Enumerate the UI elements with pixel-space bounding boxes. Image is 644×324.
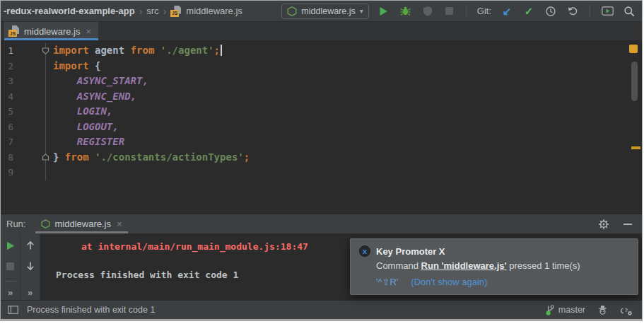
status-message: Process finished with exit code 1 <box>27 305 155 315</box>
run-configuration-select[interactable]: middleware.js ▾ <box>281 4 368 19</box>
code-line[interactable]: 1import agent from './agent'; <box>1 43 642 59</box>
clock-icon <box>545 6 556 17</box>
tab-label: middleware.js <box>24 26 80 37</box>
debug-button[interactable] <box>399 4 413 18</box>
js-file-icon: JS <box>8 25 20 37</box>
git-branch-icon <box>545 305 556 316</box>
ide-updates-button[interactable]: ? <box>619 303 633 317</box>
git-history-button[interactable] <box>544 4 558 18</box>
toolwindow-icon <box>8 306 18 314</box>
git-update-button[interactable]: ↙ <box>500 4 514 18</box>
breadcrumb-file[interactable]: middleware.js <box>186 6 242 16</box>
console-nav-toolbar: » <box>21 233 40 300</box>
line-number[interactable]: 8 <box>1 152 13 163</box>
line-number[interactable]: 5 <box>1 106 13 117</box>
svg-text:?: ? <box>625 307 628 313</box>
run-button[interactable] <box>377 4 391 18</box>
key-promoter-notification: X Key Promoter X Command Run 'middleware… <box>350 238 638 295</box>
warning-stripe-mark[interactable] <box>631 146 640 149</box>
notification-body: Command Run 'middleware.js' pressed 1 ti… <box>359 260 629 271</box>
arrow-down-left-icon: ↙ <box>503 6 512 16</box>
line-number[interactable]: 7 <box>1 137 13 147</box>
dont-show-again-link[interactable]: (Don't show again) <box>411 277 487 287</box>
inspector-face-icon <box>597 305 608 315</box>
code-line[interactable]: 4 ASYNC_END, <box>1 89 642 105</box>
toolbar-separator <box>590 5 590 17</box>
line-number[interactable]: 4 <box>1 91 13 102</box>
rerun-button[interactable] <box>4 238 18 253</box>
next-occurrence-button[interactable] <box>23 259 37 273</box>
line-number[interactable]: 1 <box>1 45 13 56</box>
run-tab-middleware-js[interactable]: middleware.js × <box>35 214 127 233</box>
stop-process-button[interactable] <box>4 259 18 273</box>
gear-icon <box>599 219 609 229</box>
run-configuration-label: middleware.js <box>301 6 355 16</box>
js-badge: JS <box>8 30 17 37</box>
stop-button[interactable] <box>443 4 457 18</box>
notification-body-suffix: pressed 1 time(s) <box>507 260 580 271</box>
arrow-down-icon <box>25 261 35 271</box>
fold-marker-icon[interactable] <box>13 150 46 166</box>
more-actions-chevron-icon[interactable]: » <box>28 288 33 297</box>
fold-close-icon[interactable] <box>42 154 49 161</box>
fold-gutter <box>13 104 46 120</box>
active-run-tab-underline <box>35 231 127 233</box>
code-area: 1import agent from './agent';2import {3 … <box>1 43 642 180</box>
more-actions-chevron-icon[interactable]: » <box>8 288 13 297</box>
git-commit-button[interactable]: ✓ <box>522 4 536 18</box>
toolwindow-toggle-button[interactable] <box>6 303 20 317</box>
run-with-coverage-button[interactable] <box>421 4 435 18</box>
command-link[interactable]: Run 'middleware.js' <box>421 260 507 271</box>
nodejs-icon <box>41 219 50 228</box>
run-toolwindow-title: Run: <box>6 219 25 229</box>
run-header-actions <box>597 217 635 231</box>
editor-scrollbar-thumb[interactable] <box>631 62 638 101</box>
code-line[interactable]: 3 ASYNC_START, <box>1 74 642 89</box>
code-text: ASYNC_START, <box>53 74 148 89</box>
code-line[interactable]: 6 LOGOUT, <box>1 120 642 135</box>
fold-marker-icon[interactable] <box>13 43 46 59</box>
cloud-gear-icon: ? <box>620 305 633 316</box>
js-file-icon: JS <box>170 6 182 17</box>
git-rollback-button[interactable] <box>566 4 580 18</box>
tab-middleware-js[interactable]: JS middleware.js × <box>4 22 98 40</box>
toolbar-actions: middleware.js ▾ <box>281 4 636 19</box>
play-icon <box>6 241 15 250</box>
fold-gutter <box>13 165 46 180</box>
run-window-icon <box>602 6 614 16</box>
close-icon[interactable]: × <box>117 219 122 229</box>
settings-button[interactable] <box>597 217 611 231</box>
line-number[interactable]: 2 <box>1 61 13 71</box>
run-tab-label: middleware.js <box>54 219 110 229</box>
breadcrumb-project[interactable]: -redux-realworld-example-app <box>4 6 135 16</box>
code-line[interactable]: 9 <box>1 165 642 180</box>
inspections-indicator[interactable] <box>629 45 638 53</box>
search-icon <box>623 6 635 17</box>
prev-occurrence-button[interactable] <box>23 238 37 253</box>
close-icon[interactable]: × <box>86 26 91 37</box>
play-icon <box>379 6 388 16</box>
breadcrumb: -redux-realworld-example-app › src › JS … <box>4 6 242 17</box>
code-editor[interactable]: 1import agent from './agent';2import {3 … <box>1 40 642 214</box>
fold-open-icon[interactable] <box>42 47 49 54</box>
hide-toolwindow-button[interactable] <box>621 217 635 231</box>
run-anything-button[interactable] <box>600 4 614 18</box>
stop-icon <box>445 7 453 15</box>
code-line[interactable]: 2import { <box>1 59 642 74</box>
chevron-down-icon: ▾ <box>360 7 363 15</box>
checkmark-icon: ✓ <box>525 6 534 16</box>
code-line[interactable]: 5 LOGIN, <box>1 104 642 120</box>
status-bar: Process finished with exit code 1 master <box>1 300 642 319</box>
line-number[interactable]: 9 <box>1 167 13 178</box>
nodejs-icon <box>287 6 297 16</box>
line-number[interactable]: 6 <box>1 122 13 132</box>
coverage-shield-icon <box>423 6 433 16</box>
code-line[interactable]: 7 REGISTER <box>1 134 642 150</box>
git-branch-widget[interactable]: master <box>545 305 585 316</box>
code-line[interactable]: 8} from './constants/actionTypes'; <box>1 150 642 166</box>
line-number[interactable]: 3 <box>1 76 13 86</box>
highlighting-level-button[interactable] <box>595 303 609 317</box>
search-everywhere-button[interactable] <box>622 4 636 18</box>
arrow-up-icon <box>25 241 35 250</box>
breadcrumb-folder[interactable]: src <box>146 6 158 16</box>
